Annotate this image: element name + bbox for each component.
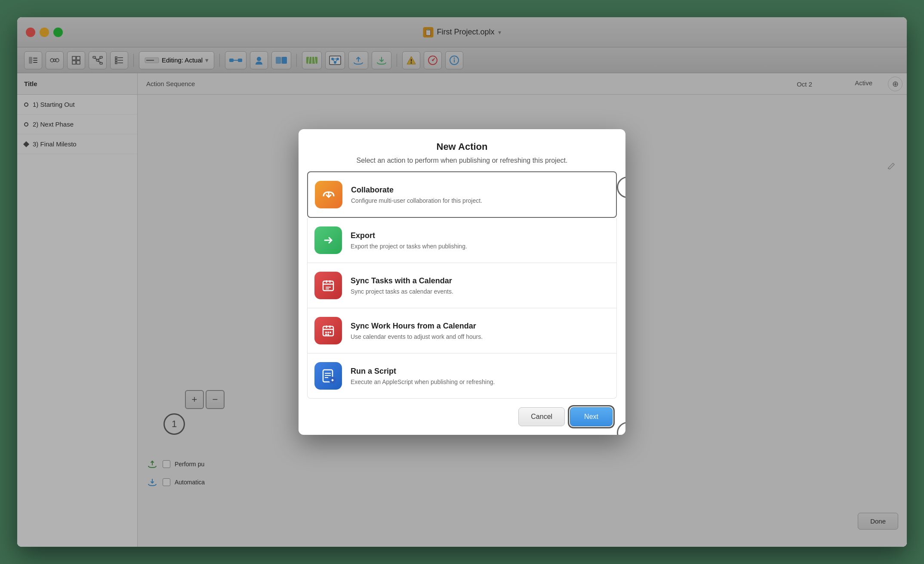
new-action-modal: 2 New Action Select an action to perform… <box>299 129 625 435</box>
action-item-collaborate[interactable]: Collaborate Configure multi-user collabo… <box>307 171 617 218</box>
modal-header: New Action Select an action to perform w… <box>299 129 625 171</box>
run-script-text: Run a Script Execute an AppleScript when… <box>351 367 610 385</box>
export-desc: Export the project or tasks when publish… <box>351 243 610 250</box>
action-item-sync-tasks[interactable]: Sync Tasks with a Calendar Sync project … <box>307 263 617 308</box>
collaborate-name: Collaborate <box>351 186 609 195</box>
modal-overlay: 2 New Action Select an action to perform… <box>17 17 907 547</box>
action-item-run-script[interactable]: Run a Script Execute an AppleScript when… <box>307 353 617 399</box>
sync-tasks-text: Sync Tasks with a Calendar Sync project … <box>351 276 610 295</box>
app-window: 📋 First Project.oplx ▾ <box>17 17 907 547</box>
sync-hours-desc: Use calendar events to adjust work and o… <box>351 333 610 340</box>
action-item-export[interactable]: Export Export the project or tasks when … <box>307 218 617 263</box>
sync-tasks-name: Sync Tasks with a Calendar <box>351 276 610 285</box>
next-button[interactable]: Next <box>570 407 613 426</box>
modal-footer: Cancel Next <box>299 399 625 435</box>
svg-point-60 <box>325 332 327 333</box>
sync-hours-icon-wrap <box>314 317 342 344</box>
sync-tasks-desc: Sync project tasks as calendar events. <box>351 288 610 295</box>
svg-point-63 <box>325 334 327 335</box>
modal-subtitle: Select an action to perform when publish… <box>311 157 613 164</box>
export-text: Export Export the project or tasks when … <box>351 231 610 250</box>
sync-tasks-icon-wrap <box>314 272 342 299</box>
action-list: Collaborate Configure multi-user collabo… <box>299 171 625 399</box>
collaborate-text: Collaborate Configure multi-user collabo… <box>351 186 609 204</box>
sync-hours-name: Sync Work Hours from a Calendar <box>351 322 610 331</box>
export-icon-wrap <box>314 226 342 254</box>
sync-hours-text: Sync Work Hours from a Calendar Use cale… <box>351 322 610 340</box>
run-script-desc: Execute an AppleScript when publishing o… <box>351 378 610 385</box>
run-script-name: Run a Script <box>351 367 610 376</box>
export-name: Export <box>351 231 610 240</box>
svg-point-62 <box>330 332 331 333</box>
run-script-icon-wrap <box>314 362 342 390</box>
action-item-sync-hours[interactable]: Sync Work Hours from a Calendar Use cale… <box>307 308 617 353</box>
svg-point-64 <box>327 334 329 335</box>
cancel-button[interactable]: Cancel <box>518 407 565 426</box>
collaborate-icon-wrap <box>315 181 342 208</box>
collaborate-desc: Configure multi-user collaboration for t… <box>351 197 609 204</box>
svg-point-61 <box>327 332 329 333</box>
modal-title: New Action <box>311 141 613 152</box>
